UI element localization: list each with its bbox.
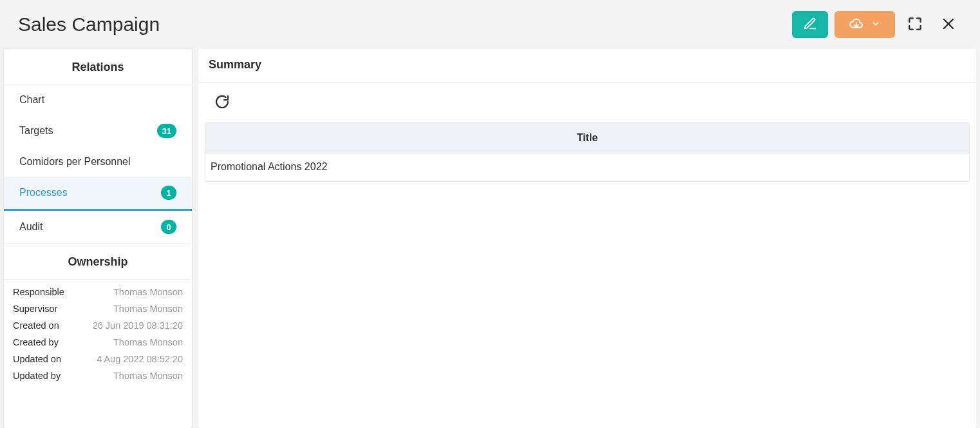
ownership-value: Thomas Monson	[113, 304, 183, 314]
ownership-section: Responsible Thomas Monson Supervisor Tho…	[4, 280, 192, 391]
sidebar-item-comidors-per-personnel[interactable]: Comidors per Personnel	[4, 147, 192, 177]
summary-table: Title Promotional Actions 2022	[205, 122, 970, 182]
count-badge: 31	[157, 124, 176, 138]
ownership-value: Thomas Monson	[113, 337, 183, 347]
ownership-supervisor: Supervisor Thomas Monson	[13, 300, 183, 317]
pencil-icon	[803, 17, 817, 33]
sidebar-item-targets[interactable]: Targets 31	[4, 115, 192, 147]
ownership-responsible: Responsible Thomas Monson	[13, 284, 183, 300]
relations-nav: Chart Targets 31 Comidors per Personnel …	[4, 85, 192, 243]
ownership-created-by: Created by Thomas Monson	[13, 334, 183, 351]
summary-body: Title Promotional Actions 2022	[198, 83, 976, 428]
column-header-title[interactable]: Title	[205, 123, 969, 153]
ownership-value: 26 Jun 2019 08:31:20	[93, 320, 183, 331]
ownership-label: Created by	[13, 337, 59, 347]
ownership-value: Thomas Monson	[113, 371, 183, 381]
table-row[interactable]: Promotional Actions 2022	[205, 153, 969, 181]
toolbar	[205, 93, 970, 122]
sidebar-item-audit[interactable]: Audit 0	[4, 211, 192, 243]
close-icon	[941, 16, 956, 34]
page-header: Sales Campaign	[0, 0, 980, 49]
expand-icon	[907, 15, 923, 34]
refresh-icon	[214, 94, 230, 112]
sidebar-item-label: Audit	[19, 221, 42, 233]
sidebar-item-label: Chart	[19, 94, 44, 106]
cell-title: Promotional Actions 2022	[205, 153, 969, 181]
ownership-label: Updated on	[13, 354, 61, 364]
ownership-label: Supervisor	[13, 304, 57, 314]
chevron-down-icon	[871, 19, 880, 30]
ownership-label: Updated by	[13, 371, 61, 381]
fullscreen-button[interactable]	[901, 11, 928, 38]
edit-button[interactable]	[792, 11, 828, 38]
ownership-value: Thomas Monson	[113, 287, 183, 297]
ownership-value: 4 Aug 2022 08:52:20	[97, 354, 183, 364]
close-button[interactable]	[935, 11, 962, 38]
sidebar: Relations Chart Targets 31 Comidors per …	[4, 49, 192, 428]
count-badge: 1	[161, 186, 176, 200]
cloud-actions-button[interactable]	[834, 11, 895, 38]
main-content: Summary Title	[198, 49, 976, 428]
sidebar-item-label: Comidors per Personnel	[19, 156, 131, 168]
sidebar-item-chart[interactable]: Chart	[4, 85, 192, 115]
sidebar-item-label: Processes	[19, 187, 68, 199]
summary-header: Summary	[198, 49, 976, 83]
ownership-updated-on: Updated on 4 Aug 2022 08:52:20	[13, 351, 183, 367]
page-layout: Relations Chart Targets 31 Comidors per …	[0, 49, 980, 428]
sidebar-item-label: Targets	[19, 125, 53, 137]
ownership-label: Responsible	[13, 287, 64, 297]
refresh-button[interactable]	[212, 93, 232, 112]
page-title: Sales Campaign	[18, 14, 160, 35]
cloud-download-icon	[849, 17, 863, 33]
count-badge: 0	[161, 220, 176, 234]
header-actions	[792, 11, 962, 38]
sidebar-item-processes[interactable]: Processes 1	[4, 177, 192, 211]
ownership-updated-by: Updated by Thomas Monson	[13, 367, 183, 384]
ownership-label: Created on	[13, 320, 59, 331]
ownership-header: Ownership	[4, 243, 192, 280]
ownership-created-on: Created on 26 Jun 2019 08:31:20	[13, 317, 183, 334]
relations-header: Relations	[4, 49, 192, 85]
